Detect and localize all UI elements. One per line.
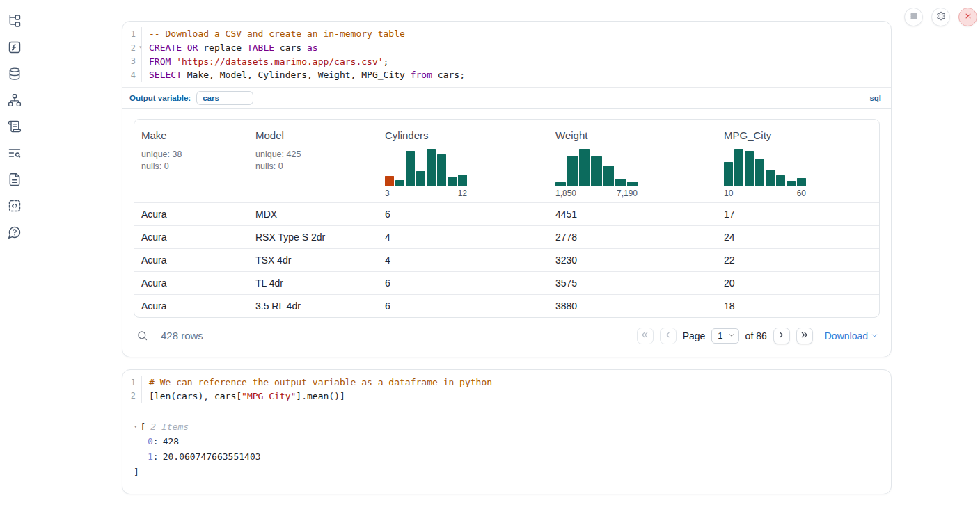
- search-icon[interactable]: [136, 330, 148, 341]
- sql-code-editor[interactable]: 1-- Download a CSV and create an in-memo…: [122, 22, 891, 87]
- line-number: 1: [131, 378, 136, 387]
- table-cell: 3880: [548, 300, 717, 312]
- column-header[interactable]: Modelunique: 425nulls: 0: [248, 120, 378, 202]
- code-token: FROM: [149, 56, 171, 67]
- table-cell: 17: [717, 209, 879, 220]
- histogram-bar: [603, 166, 614, 186]
- line-number-gutter: 4: [122, 68, 142, 82]
- line-number: 2: [131, 391, 136, 401]
- histogram-bar: [766, 170, 775, 186]
- previous-page-button[interactable]: [660, 328, 677, 344]
- line-number: 3: [131, 56, 136, 66]
- histogram: [724, 147, 806, 186]
- column-histogram: 1,8507,190: [555, 147, 638, 198]
- shutdown-button[interactable]: [958, 8, 977, 26]
- histogram-bar: [416, 171, 425, 186]
- output-variable-input[interactable]: [196, 91, 253, 105]
- sidebar-item-packages[interactable]: [7, 120, 22, 136]
- axis-max-label: 60: [797, 188, 806, 198]
- line-number: 1: [131, 29, 136, 39]
- code-token: 'https://datasets.marimo.app/cars.csv': [176, 56, 383, 67]
- fold-chevron-icon[interactable]: ▾: [139, 45, 142, 50]
- table-row[interactable]: AcuraRSX Type S 2dr4277824: [134, 225, 879, 248]
- column-label: Make: [141, 129, 243, 141]
- table-cell: Acura: [134, 300, 248, 312]
- code-token: replace: [198, 42, 246, 53]
- sidebar-item-variables[interactable]: [7, 41, 22, 56]
- menu-button[interactable]: [904, 8, 923, 26]
- sidebar-item-dependencies[interactable]: [7, 94, 22, 109]
- table-cell: TSX 4dr: [248, 255, 378, 266]
- page-label: Page: [683, 330, 706, 341]
- table-cell: 3230: [548, 255, 717, 266]
- stat-unique: unique: 425: [255, 149, 372, 161]
- axis-min-label: 1,850: [555, 188, 576, 198]
- column-stats: unique: 425nulls: 0: [255, 149, 372, 172]
- language-badge: sql: [869, 94, 881, 102]
- output-variable-label: Output variable:: [129, 94, 191, 102]
- sql-output-section: Makeunique: 38nulls: 0Modelunique: 425nu…: [122, 109, 891, 357]
- histogram-bar: [458, 175, 467, 186]
- line-number-gutter: 2▾: [122, 41, 142, 55]
- table-row[interactable]: AcuraMDX6445117: [134, 202, 879, 225]
- column-header[interactable]: Cylinders312: [378, 120, 548, 202]
- settings-button[interactable]: [931, 8, 950, 26]
- sidebar-item-documentation[interactable]: [7, 173, 22, 188]
- pagination: Page 1 of 86 Download: [637, 328, 878, 344]
- python-code-editor[interactable]: 1# We can reference the output variable …: [122, 370, 891, 408]
- table-row[interactable]: Acura3.5 RL 4dr6388018: [134, 294, 879, 317]
- histogram: [555, 147, 638, 186]
- code-token: -- Download a CSV and create an in-memor…: [149, 29, 405, 39]
- chevron-left-icon: [663, 330, 672, 342]
- table-row[interactable]: AcuraTSX 4dr4323022: [134, 248, 879, 271]
- code-token: CREATE: [149, 42, 182, 53]
- table-cell: Acura: [134, 255, 248, 266]
- chevron-down-icon: [728, 330, 735, 341]
- histogram-bar: [395, 180, 404, 186]
- code-token: cars;: [432, 70, 465, 80]
- sidebar-item-help[interactable]: [7, 226, 22, 241]
- column-stats: unique: 38nulls: 0: [141, 149, 243, 172]
- table-cell: 2778: [548, 232, 717, 243]
- help-chat-icon: [8, 225, 22, 242]
- chevrons-right-icon: [800, 330, 809, 342]
- download-button[interactable]: Download: [825, 330, 878, 341]
- tree-entry: 1:20.060747663551403: [148, 449, 880, 465]
- code-token: ].mean()]: [296, 391, 345, 401]
- stat-unique: unique: 38: [141, 149, 243, 161]
- sidebar-item-logs[interactable]: [7, 147, 22, 162]
- table-footer: 428 rows Page 1 of 86 Download: [134, 323, 880, 350]
- next-page-button[interactable]: [773, 328, 790, 344]
- code-token: "MPG_City": [242, 391, 296, 401]
- tree-open-bracket: [: [140, 421, 145, 432]
- histogram-bar: [406, 151, 415, 186]
- code-token: ;: [384, 56, 389, 67]
- sidebar-item-snippets[interactable]: [7, 200, 22, 215]
- code-text: # We can reference the output variable a…: [142, 377, 492, 387]
- table-cell: TL 4dr: [248, 277, 378, 289]
- column-header[interactable]: Makeunique: 38nulls: 0: [134, 120, 248, 202]
- column-histogram: 1060: [724, 147, 806, 198]
- tree-entry-colon: :: [153, 436, 159, 446]
- data-table: Makeunique: 38nulls: 0Modelunique: 425nu…: [134, 119, 880, 318]
- first-page-button[interactable]: [637, 328, 654, 344]
- chevron-right-icon: [777, 330, 786, 342]
- sql-cell: 1-- Download a CSV and create an in-memo…: [122, 21, 892, 357]
- histogram-bar: [755, 159, 764, 186]
- column-header[interactable]: MPG_City1060: [717, 120, 879, 202]
- column-header[interactable]: Weight1,8507,190: [548, 120, 717, 202]
- table-row[interactable]: AcuraTL 4dr6357520: [134, 271, 879, 294]
- tree-entry-colon: :: [153, 451, 159, 462]
- page-select[interactable]: 1: [711, 328, 738, 344]
- notebook-controls: [904, 8, 977, 26]
- chevron-down-icon[interactable]: ▾: [134, 423, 137, 430]
- histogram-bar: [734, 149, 743, 186]
- last-page-button[interactable]: [796, 328, 813, 344]
- page-select-value: 1: [718, 330, 722, 341]
- chevrons-left-icon: [640, 330, 649, 342]
- line-number: 2: [131, 43, 136, 53]
- text-search-icon: [8, 146, 22, 163]
- sidebar-item-datasources[interactable]: [7, 67, 22, 83]
- sidebar-item-file-explorer[interactable]: [7, 15, 22, 30]
- column-label: MPG_City: [724, 129, 874, 141]
